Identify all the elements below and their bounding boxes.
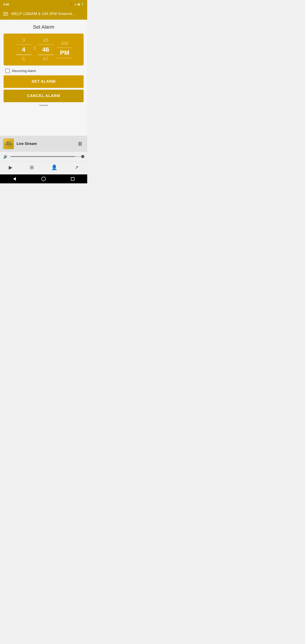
main-content: Set Alarm 3 4 5 : 45 46 47	[0, 20, 87, 136]
logo-top-text: WELP	[6, 141, 11, 143]
app-bar: WELP 1360AM & 104.3FM Greenvil...	[0, 8, 87, 20]
bottom-nav: ▶ ⊞ 👤 ↗	[0, 161, 87, 174]
hour-below: 5	[22, 56, 25, 62]
pause-button[interactable]	[76, 140, 84, 148]
location-icon: 📍	[70, 3, 73, 6]
app-title: WELP 1360AM & 104.3FM Greenvil...	[11, 12, 84, 16]
ampm-line-bottom	[57, 58, 72, 58]
set-alarm-button[interactable]: SET ALARM	[4, 75, 84, 88]
contacts-icon: 👤	[51, 164, 57, 170]
battery-icon: 🔋	[81, 3, 84, 6]
hour-line-top	[16, 44, 32, 45]
nav-share[interactable]: ↗	[71, 164, 82, 171]
share-icon: ↗	[74, 164, 78, 170]
recurring-checkbox[interactable]	[5, 69, 10, 73]
media-player: WELP 1360AM & 104.3FM Live Stream	[0, 136, 87, 152]
ampm-picker-col[interactable]: AM PM	[56, 40, 74, 59]
nav-grid[interactable]: ⊞	[26, 164, 37, 171]
ampm-line-top	[57, 48, 72, 48]
time-picker[interactable]: 3 4 5 : 45 46 47 AM PM	[4, 34, 84, 66]
volume-fill	[10, 156, 75, 157]
status-bar: 4:46 📍 ▲ ▮▮ 🔋	[0, 0, 87, 8]
pause-icon	[79, 142, 82, 146]
cancel-alarm-button[interactable]: CANCEL ALARM	[4, 90, 84, 102]
system-nav-bar	[0, 174, 87, 183]
nav-play[interactable]: ▶	[6, 164, 16, 171]
back-button[interactable]	[12, 176, 17, 182]
home-button[interactable]	[41, 176, 46, 182]
recurring-row: Recurring Alarm	[4, 66, 84, 75]
home-circle-icon	[41, 177, 46, 181]
hour-line-bottom	[16, 54, 32, 55]
logo-mid-text: 1360AM	[5, 143, 12, 145]
signal-icon: ▮▮	[77, 3, 80, 6]
ampm-selected[interactable]: PM	[60, 49, 69, 57]
menu-icon[interactable]	[3, 12, 8, 16]
status-time: 4:46	[3, 3, 9, 6]
minute-selected[interactable]: 46	[42, 46, 49, 54]
minute-picker-col[interactable]: 45 46 47	[36, 37, 56, 62]
minute-above: 45	[43, 37, 48, 44]
time-separator: :	[34, 44, 36, 54]
minute-line-top	[38, 44, 54, 45]
volume-row: 🔊	[0, 152, 87, 161]
volume-thumb[interactable]	[81, 155, 84, 158]
station-logo: WELP 1360AM & 104.3FM	[3, 138, 14, 149]
recurring-label: Recurring Alarm	[12, 69, 36, 73]
volume-icon: 🔊	[3, 154, 8, 159]
status-icons: 📍 ▲ ▮▮ 🔋	[70, 3, 84, 6]
hour-picker-col[interactable]: 3 4 5	[14, 37, 34, 62]
minute-line-bottom	[38, 54, 54, 55]
hour-selected[interactable]: 4	[22, 46, 26, 54]
page-title: Set Alarm	[33, 24, 54, 30]
player-info: Live Stream	[16, 142, 73, 146]
recents-square-icon	[71, 177, 74, 181]
hour-above: 3	[22, 37, 25, 44]
minute-below: 47	[43, 56, 48, 62]
wifi-icon: ▲	[74, 3, 76, 6]
play-icon: ▶	[9, 164, 12, 170]
back-arrow-icon	[13, 177, 16, 181]
player-title: Live Stream	[16, 142, 37, 146]
buttons-area: SET ALARM CANCEL ALARM	[4, 75, 84, 102]
logo-bot-text: & 104.3FM	[5, 145, 12, 146]
drag-handle	[39, 105, 48, 106]
nav-contacts[interactable]: 👤	[48, 164, 60, 171]
grid-icon: ⊞	[30, 164, 34, 170]
recents-button[interactable]	[70, 176, 75, 182]
ampm-above: AM	[61, 40, 68, 47]
volume-slider[interactable]	[10, 156, 84, 157]
